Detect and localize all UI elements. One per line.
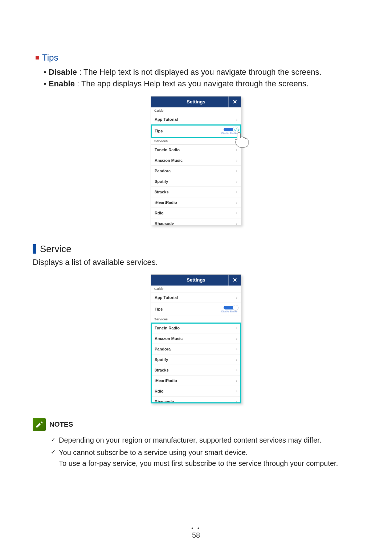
phone-frame: Settings ✕ Guide App Tutorial › Tips Dis… [151,96,241,225]
row-rdio[interactable]: Rdio › [151,208,241,218]
row-label: 8tracks [155,368,169,372]
row-label: iHeartRadio [155,200,177,205]
row-label: TuneIn Radio [155,326,180,330]
bullet-square-icon [36,56,39,59]
tips-heading: Tips [36,53,359,63]
chevron-right-icon: › [236,295,237,300]
toggle-knob-icon [233,305,238,311]
row-8tracks[interactable]: 8tracks › [151,365,241,376]
page-number-text: 58 [0,531,392,539]
row-label: Amazon Music [155,158,183,163]
row-pandora[interactable]: Pandora › [151,344,241,354]
row-label: App Tutorial [155,117,178,122]
toggle-enable-label: Enable [230,310,237,313]
chevron-right-icon: › [236,148,237,152]
chevron-right-icon: › [236,336,237,341]
row-iheart[interactable]: iHeartRadio › [151,376,241,386]
chevron-right-icon: › [236,179,237,184]
phone-header: Settings ✕ [151,97,241,107]
chevron-right-icon: › [236,117,237,122]
row-label: Tips [155,129,163,133]
services-highlight: TuneIn Radio › Amazon Music › Pandora › … [151,323,241,403]
chevron-right-icon: › [236,169,237,173]
toggle-disable-label: Disable [221,132,229,135]
row-rdio[interactable]: Rdio › [151,386,241,397]
row-8tracks[interactable]: 8tracks › [151,187,241,197]
check-icon: ✓ [51,435,56,444]
section-services-label: Services [151,138,241,145]
blue-bar-icon [33,244,36,254]
phone-mock-services: Settings ✕ Guide App Tutorial › Tips Dis… [33,274,359,403]
close-icon[interactable]: ✕ [228,97,241,107]
chevron-right-icon: › [236,378,237,383]
note-continuation: To use a for-pay service, you must first… [59,458,359,469]
list-item: ✓ Depending on your region or manufactur… [51,435,359,446]
row-iheart[interactable]: iHeartRadio › [151,197,241,208]
row-label: Rdio [155,389,163,393]
phone-header: Settings ✕ [151,275,241,286]
row-spotify[interactable]: Spotify › [151,354,241,365]
check-icon: ✓ [51,448,56,456]
chevron-right-icon: › [236,326,237,330]
row-app-tutorial[interactable]: App Tutorial › [151,292,241,303]
row-label: Rhapsody [155,221,174,225]
chevron-right-icon: › [236,190,237,194]
note-text: You cannot subscribe to a service using … [59,448,248,456]
tips-item-text: : The Help text is not displayed as you … [77,67,321,77]
row-pandora[interactable]: Pandora › [151,166,241,176]
toggle-labels: Disable Enable [221,310,237,313]
row-rhapsody[interactable]: Rhapsody › [151,218,241,225]
tips-heading-text: Tips [42,53,58,63]
hand-pointer-icon [233,128,253,148]
section-guide-label: Guide [151,107,241,114]
row-label: Rhapsody [155,399,174,403]
tips-item-label: Disable [49,67,77,77]
tips-toggle[interactable]: Disable Enable [221,306,237,313]
chevron-right-icon: › [236,399,237,403]
row-label: Pandora [155,347,171,351]
notes-title: NOTES [49,420,73,428]
tips-list: Disable : The Help text is not displayed… [44,66,359,90]
phone-title: Settings [187,99,205,104]
service-heading: Service [33,243,359,255]
service-desc: Displays a list of available services. [33,258,359,267]
chevron-right-icon: › [236,221,237,225]
row-spotify[interactable]: Spotify › [151,176,241,187]
row-label: Rdio [155,211,163,215]
toggle-disable-label: Disable [221,310,229,313]
row-tips[interactable]: Tips Disable Enable [151,125,241,138]
list-item: Enable : The app displays Help text as y… [44,78,359,90]
phone-mock-tips: Settings ✕ Guide App Tutorial › Tips Dis… [33,96,359,225]
row-label: 8tracks [155,190,169,194]
phone-frame: Settings ✕ Guide App Tutorial › Tips Dis… [151,274,241,403]
service-heading-text: Service [40,243,72,255]
chevron-right-icon: › [236,158,237,163]
row-rhapsody-clipped: Rhapsody › [151,218,241,225]
close-icon[interactable]: ✕ [228,275,241,286]
row-rhapsody-clipped: Rhapsody › [151,397,241,403]
note-text: Depending on your region or manufacturer… [59,436,321,444]
chevron-right-icon: › [236,389,237,393]
row-label: Spotify [155,179,168,184]
chevron-right-icon: › [236,211,237,215]
page-dots-icon: • • [0,525,392,531]
chevron-right-icon: › [236,368,237,372]
row-rhapsody[interactable]: Rhapsody › [151,397,241,403]
row-app-tutorial[interactable]: App Tutorial › [151,114,241,125]
row-tips[interactable]: Tips Disable Enable [151,303,241,316]
row-amazon[interactable]: Amazon Music › [151,155,241,166]
row-label: iHeartRadio [155,378,177,383]
list-item: ✓ You cannot subscribe to a service usin… [51,447,359,469]
notes-block: NOTES ✓ Depending on your region or manu… [33,418,359,469]
phone-title: Settings [187,277,205,283]
notes-list: ✓ Depending on your region or manufactur… [51,435,359,469]
row-tunein[interactable]: TuneIn Radio › [151,323,241,333]
row-amazon[interactable]: Amazon Music › [151,333,241,344]
page-number: • • 58 [0,525,392,539]
list-item: Disable : The Help text is not displayed… [44,66,359,78]
row-label: App Tutorial [155,295,178,300]
chevron-right-icon: › [236,200,237,205]
section-guide-label: Guide [151,286,241,292]
tips-item-label: Enable [49,79,75,88]
row-tunein[interactable]: TuneIn Radio › [151,145,241,155]
